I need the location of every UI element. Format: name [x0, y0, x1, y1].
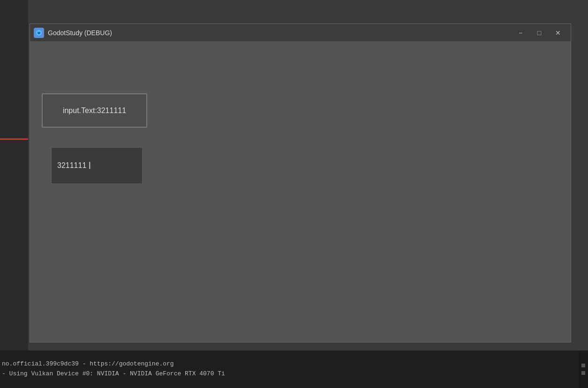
- window-title: GodotStudy (DEBUG): [48, 29, 508, 37]
- titlebar-controls: − □ ✕: [512, 26, 567, 39]
- status-line-1: no.official.399c9dc39 - https://godoteng…: [2, 359, 588, 369]
- sidebar-item-1: [0, 170, 28, 208]
- status-bar: no.official.399c9dc39 - https://godoteng…: [0, 350, 588, 388]
- button-label: input.Text:3211111: [63, 107, 126, 115]
- sidebar-item-3: [0, 239, 28, 293]
- minimize-button[interactable]: −: [512, 26, 529, 39]
- titlebar: GodotStudy (DEBUG) − □ ✕: [30, 24, 571, 42]
- red-accent-line: [0, 138, 28, 140]
- corner-dot-1: [581, 364, 585, 367]
- svg-point-2: [38, 30, 40, 32]
- input-text-button[interactable]: input.Text:3211111: [42, 93, 147, 128]
- maximize-button[interactable]: □: [530, 26, 548, 39]
- window-content: input.Text:3211111 3211111 I: [30, 42, 571, 342]
- corner-dot-2: [581, 371, 585, 375]
- app-icon: [34, 28, 44, 38]
- text-cursor: I: [88, 160, 89, 171]
- close-button[interactable]: ✕: [549, 26, 567, 39]
- status-line-2: - Using Vulkan Device #0: NVIDIA - NVIDI…: [2, 369, 588, 379]
- main-window: GodotStudy (DEBUG) − □ ✕ input.Text:3211…: [30, 23, 571, 342]
- right-corner: [579, 350, 588, 388]
- input-value: 3211111: [57, 161, 86, 170]
- text-input-field[interactable]: 3211111 I: [51, 147, 143, 184]
- left-sidebar: [0, 0, 28, 388]
